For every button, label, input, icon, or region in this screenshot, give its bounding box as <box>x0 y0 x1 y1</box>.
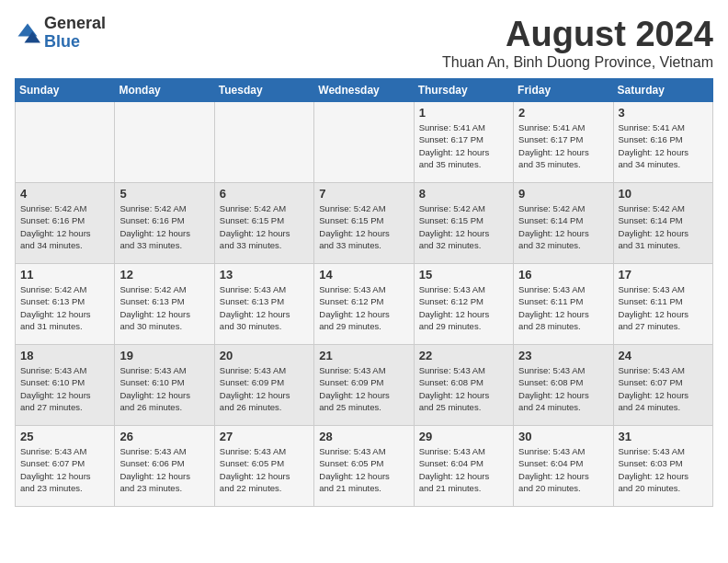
logo-icon <box>15 20 40 46</box>
day-number: 5 <box>119 187 209 201</box>
day-number: 17 <box>619 268 708 282</box>
calendar-cell: 12Sunrise: 5:42 AM Sunset: 6:13 PM Dayli… <box>115 264 214 345</box>
day-number: 22 <box>419 349 508 362</box>
calendar-cell: 23Sunrise: 5:43 AM Sunset: 6:08 PM Dayli… <box>514 345 613 426</box>
week-row-2: 11Sunrise: 5:42 AM Sunset: 6:13 PM Dayli… <box>16 264 713 345</box>
calendar-cell: 5Sunrise: 5:42 AM Sunset: 6:16 PM Daylig… <box>115 183 214 264</box>
day-number: 13 <box>220 268 309 282</box>
week-row-4: 25Sunrise: 5:43 AM Sunset: 6:07 PM Dayli… <box>16 426 713 507</box>
cell-info: Sunrise: 5:42 AM Sunset: 6:13 PM Dayligh… <box>20 283 109 332</box>
day-number: 31 <box>619 430 708 443</box>
day-number: 1 <box>419 106 508 120</box>
logo: General Blue <box>15 15 106 52</box>
location-subtitle: Thuan An, Binh Duong Province, Vietnam <box>442 54 713 71</box>
cell-info: Sunrise: 5:42 AM Sunset: 6:15 PM Dayligh… <box>419 202 508 251</box>
calendar-table: SundayMondayTuesdayWednesdayThursdayFrid… <box>15 78 713 507</box>
title-area: August 2024 Thuan An, Binh Duong Provinc… <box>442 15 713 71</box>
cell-info: Sunrise: 5:43 AM Sunset: 6:08 PM Dayligh… <box>518 364 608 413</box>
day-number: 6 <box>220 187 309 201</box>
header-cell-wednesday: Wednesday <box>314 79 414 102</box>
cell-info: Sunrise: 5:43 AM Sunset: 6:07 PM Dayligh… <box>619 364 708 413</box>
day-number: 30 <box>518 430 608 443</box>
cell-info: Sunrise: 5:41 AM Sunset: 6:17 PM Dayligh… <box>419 121 508 170</box>
cell-info: Sunrise: 5:43 AM Sunset: 6:04 PM Dayligh… <box>419 445 508 494</box>
calendar-cell: 7Sunrise: 5:42 AM Sunset: 6:15 PM Daylig… <box>314 183 414 264</box>
calendar-cell: 8Sunrise: 5:42 AM Sunset: 6:15 PM Daylig… <box>414 183 513 264</box>
day-number: 11 <box>20 268 109 282</box>
day-number: 15 <box>419 268 508 282</box>
calendar-cell: 19Sunrise: 5:43 AM Sunset: 6:10 PM Dayli… <box>115 345 214 426</box>
cell-info: Sunrise: 5:43 AM Sunset: 6:12 PM Dayligh… <box>419 283 508 332</box>
cell-info: Sunrise: 5:43 AM Sunset: 6:05 PM Dayligh… <box>319 445 408 494</box>
cell-info: Sunrise: 5:42 AM Sunset: 6:14 PM Dayligh… <box>619 202 708 251</box>
cell-info: Sunrise: 5:42 AM Sunset: 6:15 PM Dayligh… <box>319 202 408 251</box>
day-number: 12 <box>119 268 209 282</box>
week-row-0: 1Sunrise: 5:41 AM Sunset: 6:17 PM Daylig… <box>16 102 713 183</box>
calendar-header: SundayMondayTuesdayWednesdayThursdayFrid… <box>16 79 713 102</box>
calendar-cell: 6Sunrise: 5:42 AM Sunset: 6:15 PM Daylig… <box>214 183 313 264</box>
calendar-cell <box>314 102 414 183</box>
day-number: 26 <box>119 430 209 443</box>
day-number: 21 <box>319 349 408 362</box>
calendar-cell: 1Sunrise: 5:41 AM Sunset: 6:17 PM Daylig… <box>414 102 513 183</box>
cell-info: Sunrise: 5:42 AM Sunset: 6:15 PM Dayligh… <box>220 202 309 251</box>
day-number: 9 <box>518 187 608 201</box>
day-number: 25 <box>20 430 109 443</box>
calendar-cell <box>16 102 115 183</box>
calendar-cell: 2Sunrise: 5:41 AM Sunset: 6:17 PM Daylig… <box>514 102 613 183</box>
cell-info: Sunrise: 5:43 AM Sunset: 6:09 PM Dayligh… <box>319 364 408 413</box>
day-number: 16 <box>518 268 608 282</box>
calendar-cell: 18Sunrise: 5:43 AM Sunset: 6:10 PM Dayli… <box>16 345 115 426</box>
day-number: 3 <box>619 106 708 120</box>
week-row-1: 4Sunrise: 5:42 AM Sunset: 6:16 PM Daylig… <box>16 183 713 264</box>
header-cell-friday: Friday <box>514 79 613 102</box>
cell-info: Sunrise: 5:43 AM Sunset: 6:05 PM Dayligh… <box>220 445 309 494</box>
cell-info: Sunrise: 5:42 AM Sunset: 6:16 PM Dayligh… <box>20 202 109 251</box>
calendar-cell: 20Sunrise: 5:43 AM Sunset: 6:09 PM Dayli… <box>214 345 313 426</box>
cell-info: Sunrise: 5:43 AM Sunset: 6:11 PM Dayligh… <box>619 283 708 332</box>
cell-info: Sunrise: 5:43 AM Sunset: 6:11 PM Dayligh… <box>518 283 608 332</box>
calendar-cell: 27Sunrise: 5:43 AM Sunset: 6:05 PM Dayli… <box>214 426 313 507</box>
day-number: 10 <box>619 187 708 201</box>
day-number: 2 <box>518 106 608 120</box>
calendar-cell: 17Sunrise: 5:43 AM Sunset: 6:11 PM Dayli… <box>613 264 712 345</box>
day-number: 20 <box>220 349 309 362</box>
day-number: 14 <box>319 268 408 282</box>
cell-info: Sunrise: 5:43 AM Sunset: 6:10 PM Dayligh… <box>20 364 109 413</box>
cell-info: Sunrise: 5:43 AM Sunset: 6:09 PM Dayligh… <box>220 364 309 413</box>
calendar-cell: 28Sunrise: 5:43 AM Sunset: 6:05 PM Dayli… <box>314 426 414 507</box>
day-number: 29 <box>419 430 508 443</box>
calendar-cell: 16Sunrise: 5:43 AM Sunset: 6:11 PM Dayli… <box>514 264 613 345</box>
day-number: 28 <box>319 430 408 443</box>
header-cell-thursday: Thursday <box>414 79 513 102</box>
week-row-3: 18Sunrise: 5:43 AM Sunset: 6:10 PM Dayli… <box>16 345 713 426</box>
logo-blue: Blue <box>44 33 106 52</box>
cell-info: Sunrise: 5:43 AM Sunset: 6:03 PM Dayligh… <box>619 445 708 494</box>
logo-general: General <box>44 15 106 33</box>
header-row: SundayMondayTuesdayWednesdayThursdayFrid… <box>16 79 713 102</box>
logo-text: General Blue <box>44 15 106 52</box>
calendar-cell: 24Sunrise: 5:43 AM Sunset: 6:07 PM Dayli… <box>613 345 712 426</box>
header-cell-monday: Monday <box>115 79 214 102</box>
day-number: 19 <box>119 349 209 362</box>
cell-info: Sunrise: 5:43 AM Sunset: 6:12 PM Dayligh… <box>319 283 408 332</box>
header-cell-tuesday: Tuesday <box>214 79 313 102</box>
calendar-cell: 26Sunrise: 5:43 AM Sunset: 6:06 PM Dayli… <box>115 426 214 507</box>
cell-info: Sunrise: 5:42 AM Sunset: 6:13 PM Dayligh… <box>119 283 209 332</box>
calendar-cell: 9Sunrise: 5:42 AM Sunset: 6:14 PM Daylig… <box>514 183 613 264</box>
calendar-cell: 21Sunrise: 5:43 AM Sunset: 6:09 PM Dayli… <box>314 345 414 426</box>
calendar-cell: 31Sunrise: 5:43 AM Sunset: 6:03 PM Dayli… <box>613 426 712 507</box>
cell-info: Sunrise: 5:43 AM Sunset: 6:13 PM Dayligh… <box>220 283 309 332</box>
cell-info: Sunrise: 5:43 AM Sunset: 6:10 PM Dayligh… <box>119 364 209 413</box>
calendar-cell: 11Sunrise: 5:42 AM Sunset: 6:13 PM Dayli… <box>16 264 115 345</box>
cell-info: Sunrise: 5:41 AM Sunset: 6:16 PM Dayligh… <box>619 121 708 170</box>
header-cell-sunday: Sunday <box>16 79 115 102</box>
cell-info: Sunrise: 5:41 AM Sunset: 6:17 PM Dayligh… <box>518 121 608 170</box>
header-cell-saturday: Saturday <box>613 79 712 102</box>
calendar-cell: 13Sunrise: 5:43 AM Sunset: 6:13 PM Dayli… <box>214 264 313 345</box>
calendar-cell: 4Sunrise: 5:42 AM Sunset: 6:16 PM Daylig… <box>16 183 115 264</box>
cell-info: Sunrise: 5:42 AM Sunset: 6:14 PM Dayligh… <box>518 202 608 251</box>
cell-info: Sunrise: 5:43 AM Sunset: 6:07 PM Dayligh… <box>20 445 109 494</box>
day-number: 18 <box>20 349 109 362</box>
day-number: 27 <box>220 430 309 443</box>
